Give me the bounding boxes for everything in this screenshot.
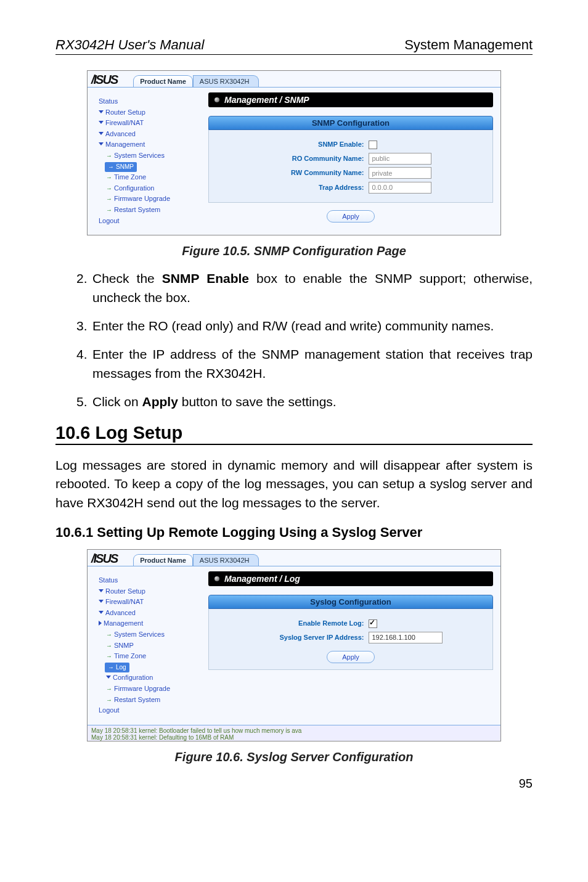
nav-configuration-2[interactable]: Configuration bbox=[106, 672, 202, 684]
numbered-list: 2. Check the SNMP Enable box to enable t… bbox=[55, 269, 533, 412]
page-number: 95 bbox=[55, 777, 533, 791]
nav-advanced-2[interactable]: Advanced bbox=[99, 608, 202, 619]
snmp-enable-checkbox[interactable] bbox=[369, 141, 377, 149]
syslog-ip-input[interactable] bbox=[369, 632, 443, 643]
asus-logo-2: /ISUS bbox=[91, 552, 117, 566]
list-num-4: 4. bbox=[76, 345, 92, 383]
syslog-ip-label: Syslog Server IP Address: bbox=[218, 634, 369, 641]
nav-logout-2[interactable]: Logout bbox=[99, 705, 202, 716]
syslog-panel-screenshot: /ISUS Product Name ASUS RX3042H Status R… bbox=[87, 549, 501, 741]
config-header-2: Syslog Configuration bbox=[208, 595, 493, 609]
figure-caption-1: Figure 10.5. SNMP Configuration Page bbox=[55, 244, 533, 258]
config-body: SNMP Enable: RO Community Name: RW Commu… bbox=[208, 130, 493, 203]
nav-sidebar: Status Router Setup Firewall/NAT Advance… bbox=[88, 88, 206, 235]
config-body-2: Enable Remote Log: Syslog Server IP Addr… bbox=[208, 609, 493, 670]
nav-firmware-upgrade[interactable]: Firmware Upgrade bbox=[106, 194, 202, 205]
trap-address-label: Trap Address: bbox=[218, 184, 369, 191]
nav-snmp-2[interactable]: SNMP bbox=[106, 640, 202, 651]
nav-router-setup[interactable]: Router Setup bbox=[99, 107, 202, 118]
chapter-title: System Management bbox=[404, 37, 533, 53]
product-name-tab-2[interactable]: Product Name bbox=[133, 554, 193, 566]
nav-firewall-nat-2[interactable]: Firewall/NAT bbox=[99, 597, 202, 608]
nav-snmp-selected[interactable]: SNMP bbox=[105, 162, 137, 172]
nav-configuration[interactable]: Configuration bbox=[106, 183, 202, 194]
content-title-2: Management / Log bbox=[208, 571, 493, 586]
window-tabbar: /ISUS Product Name ASUS RX3042H bbox=[88, 71, 500, 88]
nav-logout[interactable]: Logout bbox=[99, 216, 202, 227]
snmp-enable-label: SNMP Enable: bbox=[218, 141, 369, 148]
nav-log-selected[interactable]: Log bbox=[105, 663, 129, 672]
list-num-3: 3. bbox=[76, 317, 92, 335]
body-paragraph: Log messages are stored in dynamic memor… bbox=[55, 456, 533, 512]
rw-community-label: RW Community Name: bbox=[218, 169, 369, 176]
list-num-2: 2. bbox=[76, 269, 92, 307]
nav-timezone[interactable]: Time Zone bbox=[106, 172, 202, 183]
trap-address-input[interactable] bbox=[369, 182, 431, 194]
section-heading: 10.6 Log Setup bbox=[55, 423, 533, 445]
nav-timezone-2[interactable]: Time Zone bbox=[106, 651, 202, 662]
product-name-tab[interactable]: Product Name bbox=[133, 75, 193, 87]
list-text-5: Click on Apply button to save the settin… bbox=[92, 393, 533, 411]
enable-remote-log-label: Enable Remote Log: bbox=[218, 619, 369, 627]
list-text-2: Check the SNMP Enable box to enable the … bbox=[92, 269, 533, 307]
nav-router-setup-2[interactable]: Router Setup bbox=[99, 586, 202, 597]
nav-system-services-2[interactable]: System Services bbox=[106, 629, 202, 640]
product-name-value: ASUS RX3042H bbox=[193, 75, 259, 87]
nav-sidebar-2: Status Router Setup Firewall/NAT Advance… bbox=[88, 566, 206, 725]
ro-community-input[interactable] bbox=[369, 153, 431, 165]
log-output: May 18 20:58:31 kernel: Bootloader faile… bbox=[88, 725, 500, 741]
nav-management[interactable]: Management bbox=[99, 139, 202, 150]
nav-system-services[interactable]: System Services bbox=[106, 150, 202, 161]
subsection-heading: 10.6.1 Setting Up Remote Logging Using a… bbox=[55, 525, 533, 541]
nav-status[interactable]: Status bbox=[99, 96, 202, 107]
ro-community-label: RO Community Name: bbox=[218, 155, 369, 162]
window-tabbar-2: /ISUS Product Name ASUS RX3042H bbox=[88, 550, 500, 566]
asus-logo: /ISUS bbox=[91, 73, 117, 87]
page-header: RX3042H User's Manual System Management bbox=[55, 37, 533, 55]
nav-firewall-nat[interactable]: Firewall/NAT bbox=[99, 118, 202, 129]
product-name-value-2: ASUS RX3042H bbox=[193, 554, 259, 566]
enable-remote-log-checkbox[interactable] bbox=[369, 619, 377, 628]
nav-status-2[interactable]: Status bbox=[99, 575, 202, 586]
rw-community-input[interactable] bbox=[369, 167, 431, 179]
list-num-5: 5. bbox=[76, 393, 92, 411]
apply-button[interactable]: Apply bbox=[327, 210, 375, 223]
nav-restart-system-2[interactable]: Restart System bbox=[106, 695, 202, 706]
list-text-4: Enter the IP address of the SNMP managem… bbox=[92, 345, 533, 383]
list-text-3: Enter the RO (read only) and R/W (read a… bbox=[92, 317, 533, 335]
nav-advanced[interactable]: Advanced bbox=[99, 129, 202, 140]
nav-management-2[interactable]: Management bbox=[99, 618, 202, 629]
figure-caption-2: Figure 10.6. Syslog Server Configuration bbox=[55, 750, 533, 764]
snmp-panel-screenshot: /ISUS Product Name ASUS RX3042H Status R… bbox=[87, 70, 501, 235]
apply-button-2[interactable]: Apply bbox=[327, 651, 375, 663]
content-title: Management / SNMP bbox=[208, 92, 493, 107]
manual-title: RX3042H User's Manual bbox=[55, 37, 204, 53]
config-header: SNMP Configuration bbox=[208, 116, 493, 130]
nav-firmware-upgrade-2[interactable]: Firmware Upgrade bbox=[106, 684, 202, 695]
nav-restart-system[interactable]: Restart System bbox=[106, 205, 202, 216]
